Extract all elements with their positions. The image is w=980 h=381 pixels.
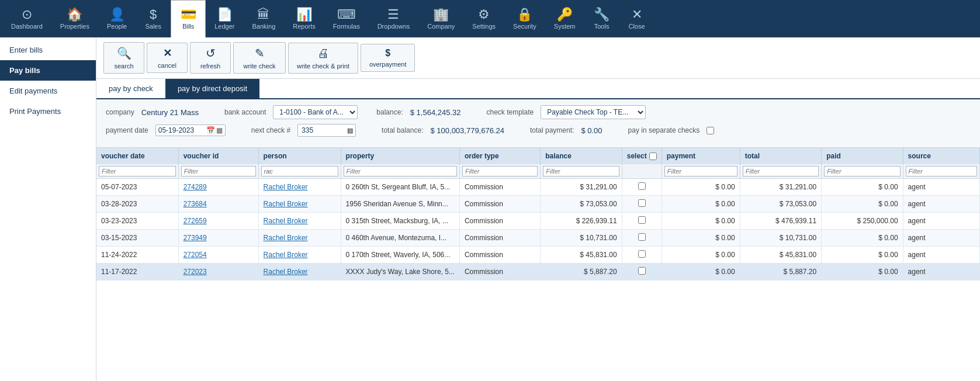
close-icon: ✕: [632, 8, 642, 21]
filter-voucher-date[interactable]: [99, 166, 176, 176]
cell-property: 1956 Sheridan Avenue S, Minn...: [341, 196, 459, 213]
filter-person[interactable]: [261, 166, 338, 176]
nav-item-people[interactable]: 👤 People: [98, 0, 136, 37]
sidebar-item-enter-bills[interactable]: Enter bills: [0, 40, 96, 60]
cell-order-type: Commission: [459, 230, 540, 247]
total-balance-value: $ 100,003,779,676.24: [430, 126, 504, 135]
cell-person[interactable]: Rachel Broker: [258, 179, 341, 196]
cell-source: agent: [903, 230, 979, 247]
pay-separate-checkbox[interactable]: [707, 127, 714, 134]
refresh-button[interactable]: ↺ refresh: [190, 42, 231, 74]
cell-person[interactable]: Rachel Broker: [258, 247, 341, 264]
col-paid: paid: [822, 148, 903, 164]
nav-item-dashboard[interactable]: ⊙ Dashboard: [2, 0, 51, 37]
sidebar: Enter bills Pay bills Edit payments Prin…: [0, 37, 96, 381]
filter-order-type[interactable]: [462, 166, 538, 176]
cell-voucher-id[interactable]: 274289: [178, 179, 258, 196]
cell-total: $ 45,831.00: [740, 247, 821, 264]
dropdowns-icon: ☰: [387, 8, 399, 21]
date-picker-icon[interactable]: ▦: [216, 126, 223, 134]
cell-person[interactable]: Rachel Broker: [258, 264, 341, 280]
nav-item-sales[interactable]: $ Sales: [136, 0, 171, 37]
cell-total: $ 73,053.00: [740, 196, 821, 213]
cell-voucher-id[interactable]: 272023: [178, 264, 258, 280]
cell-voucher-id[interactable]: 272054: [178, 247, 258, 264]
payment-date-input[interactable]: 📅 ▦: [155, 124, 226, 136]
cell-voucher-id[interactable]: 272659: [178, 213, 258, 230]
write-check-print-button[interactable]: 🖨 write check & print: [288, 43, 358, 74]
payment-date-field[interactable]: [158, 126, 205, 134]
filter-property[interactable]: [344, 166, 457, 176]
cell-property: 0 170th Street, Waverly, IA, 506...: [341, 247, 459, 264]
filter-total[interactable]: [743, 166, 819, 176]
company-icon: 🏢: [433, 8, 449, 21]
nav-item-tools[interactable]: 🔧 Tools: [584, 0, 619, 37]
nav-item-ledger[interactable]: 📄 Ledger: [206, 0, 243, 37]
cell-person[interactable]: Rachel Broker: [258, 230, 341, 247]
next-check-field[interactable]: [298, 124, 345, 136]
search-button[interactable]: 🔍 search: [103, 42, 144, 74]
nav-item-close[interactable]: ✕ Close: [619, 0, 655, 37]
bank-account-select[interactable]: 1-0100 - Bank of A...: [273, 105, 358, 119]
next-check-stepper[interactable]: ▤: [345, 126, 355, 136]
cell-select[interactable]: [622, 247, 662, 264]
filter-balance[interactable]: [543, 166, 619, 176]
sidebar-item-print-payments[interactable]: Print Payments: [0, 101, 96, 122]
cell-voucher-date: 03-15-2023: [96, 230, 178, 247]
cell-person[interactable]: Rachel Broker: [258, 196, 341, 213]
cell-voucher-id[interactable]: 273949: [178, 230, 258, 247]
nav-item-settings[interactable]: ⚙ Settings: [463, 0, 504, 37]
tab-pay-by-check[interactable]: pay by check: [96, 79, 165, 98]
cell-source: agent: [903, 213, 979, 230]
nav-item-reports[interactable]: 📊 Reports: [284, 0, 324, 37]
cell-select[interactable]: [622, 196, 662, 213]
row-checkbox[interactable]: [638, 233, 646, 241]
cell-select[interactable]: [622, 179, 662, 196]
cell-select[interactable]: [622, 264, 662, 280]
cell-property: 0 460th Avenue, Montezuma, I...: [341, 230, 459, 247]
row-checkbox[interactable]: [638, 250, 646, 258]
row-checkbox[interactable]: [638, 199, 646, 207]
cell-paid: $ 0.00: [822, 179, 903, 196]
total-payment-value: $ 0.00: [581, 126, 602, 135]
filter-paid[interactable]: [824, 166, 900, 176]
cell-person[interactable]: Rachel Broker: [258, 213, 341, 230]
cell-total: $ 5,887.20: [740, 264, 821, 280]
cell-voucher-id[interactable]: 273684: [178, 196, 258, 213]
sidebar-item-pay-bills[interactable]: Pay bills: [0, 60, 96, 81]
filter-voucher-id[interactable]: [181, 166, 256, 176]
write-check-button[interactable]: ✎ write check: [233, 42, 286, 74]
select-all-checkbox[interactable]: [649, 153, 657, 160]
balance-value: $ 1,564,245.32: [410, 108, 461, 117]
check-template-select[interactable]: Payable Check Top - TE...: [541, 105, 646, 119]
col-person: person: [258, 148, 341, 164]
nav-item-system[interactable]: 🔑 System: [545, 0, 584, 37]
nav-item-company[interactable]: 🏢 Company: [418, 0, 463, 37]
filter-source[interactable]: [906, 166, 977, 176]
row-checkbox[interactable]: [638, 216, 646, 224]
tab-pay-by-direct-deposit[interactable]: pay by direct deposit: [165, 79, 259, 98]
nav-item-dropdowns[interactable]: ☰ Dropdowns: [369, 0, 419, 37]
pay-separate-label: pay in separate checks: [628, 126, 700, 134]
nav-item-banking[interactable]: 🏛 Banking: [244, 0, 285, 37]
main-content: 🔍 search ✕ cancel ↺ refresh ✎ write chec…: [96, 37, 980, 381]
nav-item-properties[interactable]: 🏠 Properties: [51, 0, 98, 37]
nav-item-formulas[interactable]: ⌨ Formulas: [324, 0, 369, 37]
cell-total: $ 476,939.11: [740, 213, 821, 230]
total-payment-label: total payment:: [530, 126, 574, 134]
col-balance: balance: [541, 148, 622, 164]
cancel-button[interactable]: ✕ cancel: [147, 43, 188, 73]
cell-voucher-date: 11-17-2022: [96, 264, 178, 280]
nav-item-bills[interactable]: 💳 Bills: [171, 0, 206, 37]
nav-item-security[interactable]: 🔒 Security: [504, 0, 545, 37]
row-checkbox[interactable]: [638, 182, 646, 190]
cell-select[interactable]: [622, 230, 662, 247]
sidebar-item-edit-payments[interactable]: Edit payments: [0, 81, 96, 101]
cell-select[interactable]: [622, 213, 662, 230]
reports-icon: 📊: [296, 8, 312, 21]
filter-payment[interactable]: [664, 166, 737, 176]
calendar-icon[interactable]: 📅: [206, 126, 215, 134]
row-checkbox[interactable]: [638, 267, 646, 275]
formulas-icon: ⌨: [337, 8, 356, 21]
overpayment-button[interactable]: $ overpayment: [361, 44, 415, 72]
